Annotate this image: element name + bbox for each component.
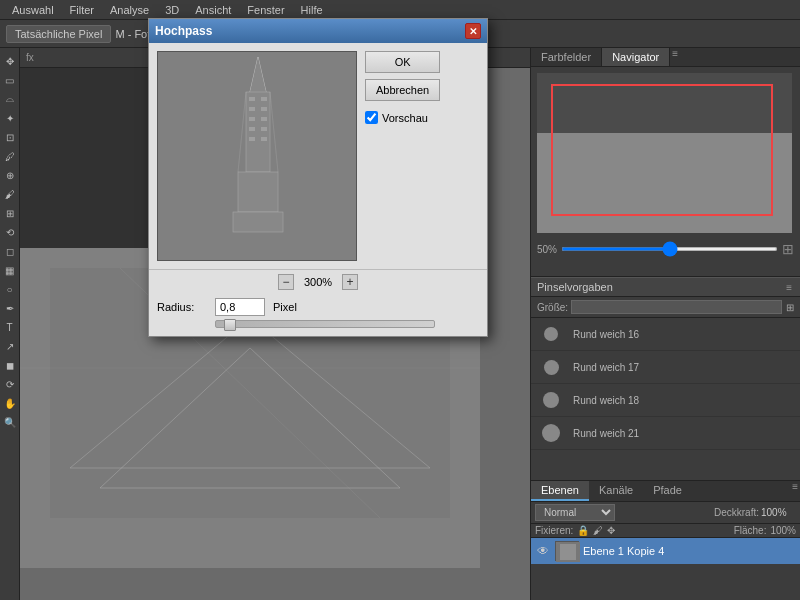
- svg-rect-27: [261, 137, 267, 141]
- menu-filter[interactable]: Filter: [62, 2, 102, 18]
- dialog-close-button[interactable]: ✕: [465, 23, 481, 39]
- tab-ebenen[interactable]: Ebenen: [531, 481, 589, 501]
- brush-size-input[interactable]: [571, 300, 782, 314]
- tool-clone[interactable]: ⊞: [1, 204, 19, 222]
- tool-eraser[interactable]: ◻: [1, 242, 19, 260]
- tool-3d-rotate[interactable]: ⟳: [1, 375, 19, 393]
- svg-rect-18: [249, 97, 255, 101]
- svg-rect-22: [249, 117, 255, 121]
- tool-eyedropper[interactable]: 🖊: [1, 147, 19, 165]
- tool-zoom[interactable]: 🔍: [1, 413, 19, 431]
- layers-fill-row: Fixieren: 🔒 🖌 ✥ Fläche: 100%: [531, 524, 800, 538]
- tab-kanaele[interactable]: Kanäle: [589, 481, 643, 501]
- brush-item-18[interactable]: Rund weich 18: [531, 384, 800, 417]
- brush-item-16[interactable]: Rund weich 16: [531, 318, 800, 351]
- layers-panel-options[interactable]: ≡: [790, 481, 800, 501]
- brush-circle-16: [544, 327, 558, 341]
- radius-unit-label: Pixel: [273, 301, 297, 313]
- dialog-cancel-button[interactable]: Abbrechen: [365, 79, 440, 101]
- svg-rect-25: [261, 127, 267, 131]
- brush-size-bar: Größe: ⊞: [531, 297, 800, 318]
- tool-history[interactable]: ⟲: [1, 223, 19, 241]
- tool-brush[interactable]: 🖌: [1, 185, 19, 203]
- brush-name-18: Rund weich 18: [573, 395, 639, 406]
- brush-preview-18: [537, 386, 565, 414]
- radius-slider-thumb[interactable]: [224, 319, 236, 331]
- brush-circle-21: [542, 424, 560, 442]
- svg-rect-12: [560, 544, 576, 560]
- flaeche-value: 100%: [770, 525, 796, 536]
- nav-zoom-slider[interactable]: [561, 247, 778, 251]
- flaeche-label: Fläche:: [734, 525, 767, 536]
- layer-name: Ebene 1 Kopie 4: [583, 545, 796, 557]
- right-panel: Farbfelder Navigator ≡ 50% ⊞: [530, 48, 800, 600]
- dialog-title: Hochpass: [155, 24, 212, 38]
- opacity-label: Deckkraft:: [714, 507, 759, 518]
- tab-farbfelder[interactable]: Farbfelder: [531, 48, 602, 66]
- zoom-minus-button[interactable]: −: [278, 274, 294, 290]
- move-icon-small[interactable]: ✥: [607, 525, 615, 536]
- tools-sidebar: ✥ ▭ ⌓ ✦ ⊡ 🖊 ⊕ 🖌 ⊞ ⟲ ◻ ▦ ○ ✒ T ↗ ◼ ⟳ ✋ 🔍: [0, 48, 20, 600]
- brush-panel-options[interactable]: ≡: [784, 282, 794, 293]
- brush-preview-21: [537, 419, 565, 447]
- layers-tabs: Ebenen Kanäle Pfade ≡: [531, 481, 800, 502]
- brush-size-icon[interactable]: ⊞: [786, 302, 794, 313]
- dialog-preview-svg: [158, 52, 357, 261]
- tool-crop[interactable]: ⊡: [1, 128, 19, 146]
- svg-rect-21: [261, 107, 267, 111]
- actual-pixels-button[interactable]: Tatsächliche Pixel: [6, 25, 111, 43]
- svg-rect-29: [233, 212, 283, 232]
- menu-hilfe[interactable]: Hilfe: [293, 2, 331, 18]
- zoom-plus-button[interactable]: +: [342, 274, 358, 290]
- tab-pfade[interactable]: Pfade: [643, 481, 692, 501]
- svg-rect-20: [249, 107, 255, 111]
- menu-auswahl[interactable]: Auswahl: [4, 2, 62, 18]
- brush-item-17[interactable]: Rund weich 17: [531, 351, 800, 384]
- svg-rect-17: [246, 92, 270, 172]
- dialog-preview: [157, 51, 357, 261]
- navigator-canvas: [537, 73, 792, 233]
- dialog-ok-button[interactable]: OK: [365, 51, 440, 73]
- fixieren-label: Fixieren:: [535, 525, 573, 536]
- menu-3d[interactable]: 3D: [157, 2, 187, 18]
- brush-item-21[interactable]: Rund weich 21: [531, 417, 800, 450]
- zoom-value-label: 300%: [298, 276, 338, 288]
- svg-rect-19: [261, 97, 267, 101]
- layer-visibility-toggle[interactable]: 👁: [535, 543, 551, 559]
- tool-hand[interactable]: ✋: [1, 394, 19, 412]
- brush-icon-small[interactable]: 🖌: [593, 525, 603, 536]
- menu-analyse[interactable]: Analyse: [102, 2, 157, 18]
- radius-slider[interactable]: [215, 320, 435, 328]
- tool-gradient[interactable]: ▦: [1, 261, 19, 279]
- dialog-titlebar: Hochpass ✕: [149, 19, 487, 43]
- tool-pen[interactable]: ✒: [1, 299, 19, 317]
- layer-row-selected[interactable]: 👁 Ebene 1 Kopie 4: [531, 538, 800, 564]
- tool-magic-wand[interactable]: ✦: [1, 109, 19, 127]
- tool-path-select[interactable]: ↗: [1, 337, 19, 355]
- navigator-controls: 50% ⊞: [531, 239, 800, 259]
- brush-preview-16: [537, 320, 565, 348]
- tool-dodge[interactable]: ○: [1, 280, 19, 298]
- radius-label: Radius:: [157, 301, 207, 313]
- tool-select[interactable]: ▭: [1, 71, 19, 89]
- preview-label: Vorschau: [382, 112, 428, 124]
- dialog-buttons-panel: OK Abbrechen Vorschau: [365, 51, 440, 261]
- brush-size-label: Größe:: [537, 302, 567, 313]
- brush-name-21: Rund weich 21: [573, 428, 639, 439]
- tool-type[interactable]: T: [1, 318, 19, 336]
- preview-checkbox[interactable]: [365, 111, 378, 124]
- tab-navigator[interactable]: Navigator: [602, 48, 670, 66]
- menu-fenster[interactable]: Fenster: [239, 2, 292, 18]
- navigator-preview: [537, 73, 792, 233]
- tool-shape[interactable]: ◼: [1, 356, 19, 374]
- tool-heal[interactable]: ⊕: [1, 166, 19, 184]
- panel-options-icon[interactable]: ≡: [670, 48, 680, 66]
- tool-move[interactable]: ✥: [1, 52, 19, 70]
- brush-circle-17: [544, 360, 559, 375]
- lock-icon[interactable]: 🔒: [577, 525, 589, 536]
- radius-input[interactable]: [215, 298, 265, 316]
- layers-panel: Ebenen Kanäle Pfade ≡ Normal Deckkraft: …: [531, 480, 800, 600]
- menu-ansicht[interactable]: Ansicht: [187, 2, 239, 18]
- tool-lasso[interactable]: ⌓: [1, 90, 19, 108]
- layer-mode-select[interactable]: Normal: [535, 504, 615, 521]
